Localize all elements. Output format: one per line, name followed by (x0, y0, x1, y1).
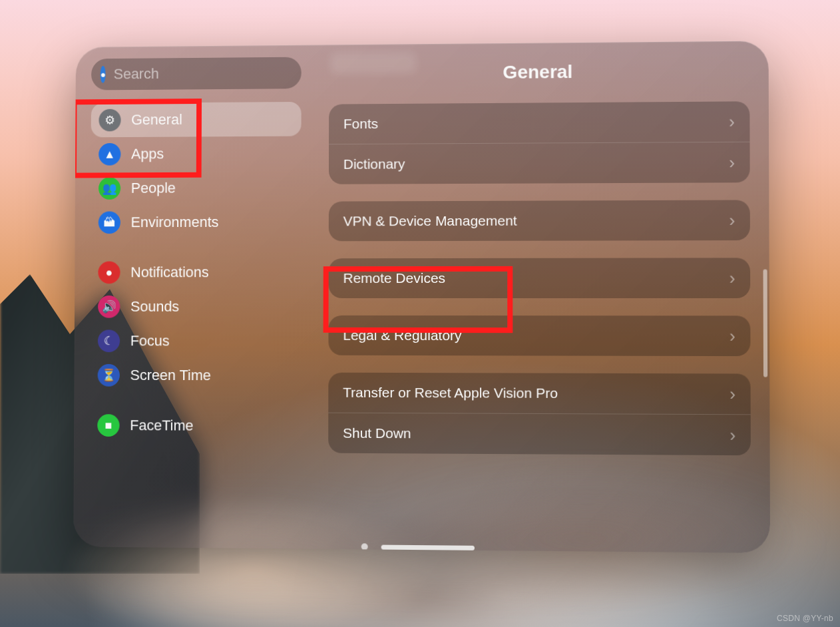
row-label: VPN & Device Management (343, 213, 517, 230)
settings-group: Transfer or Reset Apple Vision Pro›Shut … (328, 373, 751, 456)
row-fonts[interactable]: Fonts› (329, 101, 749, 144)
sidebar-item-focus[interactable]: ☾Focus (90, 324, 301, 359)
chevron-right-icon: › (730, 383, 735, 404)
row-dictionary[interactable]: Dictionary› (329, 142, 750, 184)
settings-group: Fonts›Dictionary› (329, 101, 750, 184)
row-label: Dictionary (343, 156, 405, 172)
sidebar-item-label: Sounds (130, 298, 179, 315)
chevron-right-icon: › (730, 325, 735, 346)
chevron-right-icon: › (730, 268, 735, 288)
row-label: Shut Down (343, 425, 411, 442)
microphone-icon[interactable]: ● (101, 66, 106, 83)
environments-icon: 🏔 (99, 212, 120, 234)
sidebar-item-label: General (131, 111, 182, 128)
search-field[interactable]: ● (91, 57, 302, 91)
chevron-right-icon: › (729, 210, 735, 230)
sidebar-item-label: People (131, 180, 176, 197)
chevron-right-icon: › (729, 111, 735, 132)
row-label: Transfer or Reset Apple Vision Pro (343, 385, 558, 401)
sidebar-item-label: FaceTime (130, 417, 193, 434)
row-vpn[interactable]: VPN & Device Management› (329, 200, 750, 241)
general-icon: ⚙ (99, 109, 120, 132)
home-dot-icon (361, 543, 367, 550)
home-bar-icon (381, 544, 474, 550)
sidebar-item-label: Environments (131, 214, 219, 231)
sidebar-item-environments[interactable]: 🏔Environments (91, 205, 301, 240)
content-pane: General Fonts›Dictionary›VPN & Device Ma… (310, 41, 770, 552)
sidebar-item-general[interactable]: ⚙General (91, 102, 302, 137)
settings-window: ● ⚙General▲Apps👥People🏔Environments●Noti… (73, 41, 770, 552)
sidebar-item-label: Notifications (130, 264, 209, 281)
focus-icon: ☾ (98, 329, 120, 352)
row-label: Fonts (343, 116, 378, 132)
sidebar-item-label: Focus (130, 332, 170, 349)
sidebar-item-notifications[interactable]: ●Notifications (91, 255, 302, 290)
redacted-region (330, 52, 416, 74)
row-label: Remote Devices (343, 270, 445, 286)
sidebar-item-label: Screen Time (130, 367, 211, 384)
settings-group: Remote Devices› (329, 258, 751, 298)
row-remote-devices[interactable]: Remote Devices› (329, 258, 751, 298)
sidebar: ● ⚙General▲Apps👥People🏔Environments●Noti… (73, 45, 310, 549)
sidebar-item-label: Apps (131, 146, 164, 163)
sidebar-item-sounds[interactable]: 🔊Sounds (90, 290, 301, 324)
scroll-indicator[interactable] (763, 270, 768, 377)
settings-group: Legal & Regulatory› (328, 315, 750, 356)
facetime-icon: ■ (97, 414, 119, 437)
sidebar-nav: ⚙General▲Apps👥People🏔Environments●Notifi… (89, 102, 301, 443)
notifications-icon: ● (98, 262, 120, 284)
sounds-icon: 🔊 (98, 296, 120, 318)
row-label: Legal & Regulatory (343, 327, 461, 343)
search-input[interactable] (112, 64, 295, 84)
sidebar-item-facetime[interactable]: ■FaceTime (89, 408, 300, 443)
settings-group: VPN & Device Management› (329, 200, 750, 241)
people-icon: 👥 (99, 177, 120, 200)
sidebar-item-screen-time[interactable]: ⏳Screen Time (90, 358, 301, 393)
sidebar-item-people[interactable]: 👥People (91, 170, 301, 206)
apps-icon: ▲ (99, 143, 120, 166)
chevron-right-icon: › (729, 152, 735, 172)
row-shut-down[interactable]: Shut Down› (328, 413, 751, 456)
sidebar-item-apps[interactable]: ▲Apps (91, 136, 301, 172)
screen-time-icon: ⏳ (98, 364, 120, 387)
chevron-right-icon: › (730, 425, 735, 445)
row-legal[interactable]: Legal & Regulatory› (328, 315, 750, 356)
row-transfer-reset[interactable]: Transfer or Reset Apple Vision Pro› (328, 373, 750, 415)
watermark: CSDN @YY-nb (777, 614, 833, 623)
